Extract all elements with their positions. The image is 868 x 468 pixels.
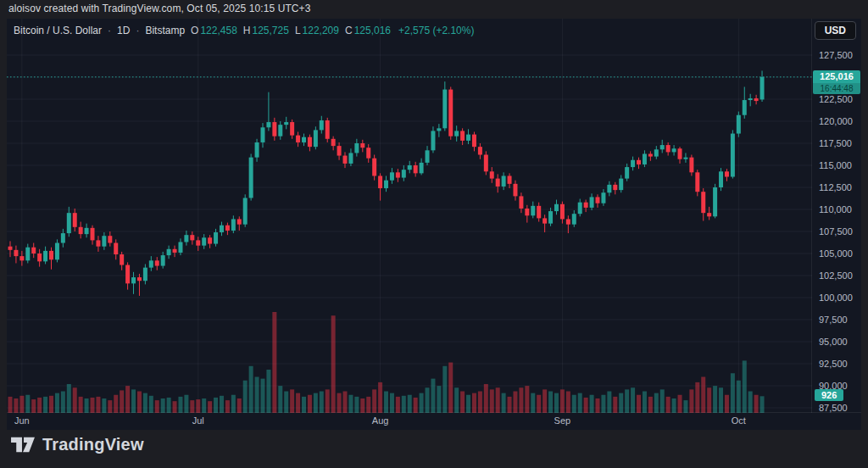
month-label: Sep bbox=[554, 415, 571, 426]
price-tick-label: 115,000 bbox=[819, 159, 852, 171]
attribution-text: aloisov created with TradingView.com, Oc… bbox=[8, 3, 311, 14]
tradingview-logo[interactable]: TradingView bbox=[10, 435, 144, 454]
price-tick-label: 112,500 bbox=[819, 181, 852, 193]
price-tick-label: 122,500 bbox=[819, 93, 853, 105]
tradingview-snapshot: aloisov created with TradingView.com, Oc… bbox=[0, 0, 868, 468]
interval-label[interactable]: 1D bbox=[117, 25, 130, 36]
price-tick-label: 107,500 bbox=[819, 226, 853, 237]
last-volume-badge: 926 bbox=[815, 389, 843, 401]
price-tick-label: 100,000 bbox=[819, 292, 853, 304]
bar-countdown: 16:44:48 bbox=[813, 83, 860, 94]
exchange-label[interactable]: Bitstamp bbox=[145, 25, 185, 36]
last-price-badge: 125,016 16:44:48 bbox=[813, 70, 860, 94]
price-tick-label: 97,500 bbox=[819, 314, 848, 326]
month-label: Oct bbox=[732, 415, 746, 426]
price-tick-label: 105,000 bbox=[819, 248, 853, 259]
symbol-name[interactable]: Bitcoin / U.S. Dollar bbox=[14, 25, 102, 36]
symbol-legend[interactable]: Bitcoin / U.S. Dollar · 1D · Bitstamp O … bbox=[14, 25, 474, 36]
price-tick-label: 117,500 bbox=[819, 137, 852, 149]
chart-panel: Bitcoin / U.S. Dollar · 1D · Bitstamp O … bbox=[7, 19, 861, 430]
price-tick-label: 95,000 bbox=[819, 336, 848, 348]
month-label: Aug bbox=[372, 415, 389, 426]
month-label: Jun bbox=[14, 415, 30, 426]
currency-button[interactable]: USD bbox=[815, 21, 856, 40]
legend-separator: · bbox=[108, 25, 111, 36]
month-label: Jul bbox=[192, 415, 204, 426]
low-value: L 122,209 bbox=[295, 25, 339, 36]
price-tick-label: 92,500 bbox=[819, 358, 848, 370]
time-axis[interactable]: JunJulAugSepOct bbox=[7, 412, 861, 430]
tradingview-wordmark: TradingView bbox=[42, 435, 144, 454]
open-value: O 122,458 bbox=[191, 25, 237, 36]
price-tick-label: 120,000 bbox=[819, 115, 853, 127]
tradingview-logo-icon bbox=[10, 435, 36, 454]
last-price-value: 125,016 bbox=[813, 70, 860, 83]
legend-separator: · bbox=[136, 25, 139, 36]
high-value: H 125,725 bbox=[243, 25, 289, 36]
price-tick-label: 110,000 bbox=[819, 203, 852, 215]
price-tick-label: 102,500 bbox=[819, 270, 853, 281]
close-value: C 125,016 bbox=[345, 25, 391, 36]
price-tick-label: 127,500 bbox=[819, 49, 853, 61]
change-value: +2,575 (+2.10%) bbox=[398, 25, 474, 36]
candlestick-chart-canvas[interactable] bbox=[7, 19, 812, 413]
